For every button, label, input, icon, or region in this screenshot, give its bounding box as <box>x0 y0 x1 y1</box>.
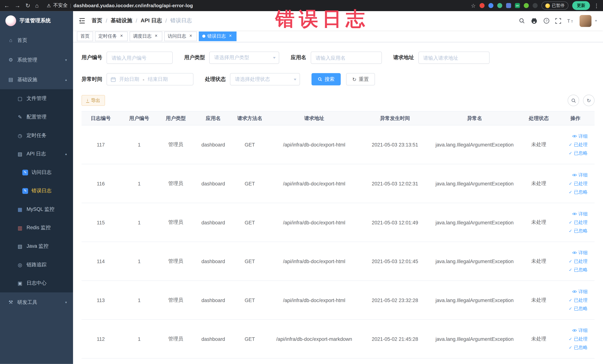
sidebar-item-system-management[interactable]: ⚙ 系统管理 ▾ <box>0 50 73 70</box>
detail-link[interactable]: 详细 <box>558 171 588 179</box>
browser-chrome: ← → ↻ ⌂ ⚠ 不安全 | dashboard.yudao.iocoder.… <box>0 0 603 11</box>
extension-icon[interactable] <box>480 3 485 8</box>
sidebar-item-java-monitor[interactable]: ▧ Java 监控 <box>0 237 73 256</box>
process-status-select[interactable]: 请选择处理状态 ▾ <box>230 73 300 85</box>
mark-processed-link[interactable]: ✓ 已处理 <box>558 296 588 304</box>
sidebar-item-home[interactable]: ⌂ 首页 <box>0 30 73 50</box>
sidebar-item-file-management[interactable]: ▢ 文件管理 <box>0 89 73 108</box>
font-size-icon[interactable]: TT <box>567 18 574 23</box>
table-body: 117 1 管理员 dashboard GET /api/infra/db-do… <box>81 125 595 358</box>
breadcrumb-infrastructure[interactable]: 基础设施 <box>111 17 132 24</box>
reset-button[interactable]: ↻ 重置 <box>346 73 375 85</box>
start-date-placeholder[interactable]: 开始日期 <box>119 76 139 83</box>
mark-ignored-link[interactable]: ✓ 已忽略 <box>558 304 588 313</box>
detail-link[interactable]: 详细 <box>558 326 588 335</box>
end-date-placeholder[interactable]: 结束日期 <box>148 76 168 83</box>
paused-extension-badge[interactable]: 已暂停 <box>542 1 568 10</box>
close-icon[interactable]: × <box>153 33 159 39</box>
mark-processed-link[interactable]: ✓ 已处理 <box>558 218 588 227</box>
sidebar-item-log-center[interactable]: ▣ 日志中心 <box>0 274 73 293</box>
export-button-label: 导出 <box>91 97 100 104</box>
bookmark-star-icon[interactable]: ☆ <box>471 2 476 9</box>
extension-icon[interactable] <box>524 3 529 8</box>
sidebar-item-infrastructure[interactable]: ▤ 基础设施 ▴ <box>0 70 73 89</box>
app-name-input[interactable] <box>311 52 382 64</box>
extension-icon[interactable] <box>533 3 538 8</box>
mark-ignored-link[interactable]: ✓ 已忽略 <box>558 149 588 157</box>
browser-menu-icon[interactable]: ⋮ <box>594 2 599 9</box>
detail-link[interactable]: 详细 <box>558 132 588 141</box>
tab-scheduled-jobs[interactable]: 定时任务 × <box>95 31 128 41</box>
browser-back-icon[interactable]: ← <box>4 3 10 9</box>
extension-icon[interactable]: on <box>515 3 520 8</box>
vue-devtools-extension-icon[interactable] <box>497 3 502 8</box>
cell-request-method: GET <box>233 203 266 242</box>
detail-link[interactable]: 详细 <box>558 287 588 296</box>
fullscreen-icon[interactable] <box>556 18 561 23</box>
caret-down-icon[interactable]: ▾ <box>595 19 597 23</box>
hamburger-icon[interactable] <box>79 16 88 25</box>
search-button[interactable]: 搜索 <box>312 73 341 85</box>
mark-processed-link[interactable]: ✓ 已处理 <box>558 335 588 343</box>
detail-link[interactable]: 详细 <box>558 248 588 257</box>
sidebar-item-scheduled-jobs[interactable]: ◷ 定时任务 <box>0 126 73 145</box>
sidebar-item-api-log[interactable]: ▨ API 日志 ▴ <box>0 145 73 163</box>
cell-exception-name: java.lang.IllegalArgumentException <box>428 281 522 319</box>
close-icon[interactable]: × <box>188 33 193 39</box>
sidebar-item-config-management[interactable]: ✎ 配置管理 <box>0 108 73 126</box>
processed-link-label: 已处理 <box>574 296 588 304</box>
browser-reload-icon[interactable]: ↻ <box>25 3 30 9</box>
request-url-input[interactable] <box>418 52 489 64</box>
extension-icon[interactable] <box>506 3 511 8</box>
breadcrumb-home[interactable]: 首页 <box>92 17 102 24</box>
tab-error-log[interactable]: 错误日志 × <box>199 31 237 41</box>
tools-icon: ⚒ <box>8 299 14 305</box>
browser-forward-icon[interactable]: → <box>15 3 20 9</box>
detail-link[interactable]: 详细 <box>558 210 588 218</box>
refresh-table-button[interactable]: ↻ <box>583 94 594 106</box>
sidebar-item-redis-monitor[interactable]: ▥ Redis 监控 <box>0 218 73 237</box>
sidebar-item-access-log[interactable]: ✎ 访问日志 <box>0 163 73 182</box>
address-bar-url[interactable]: dashboard.yudao.iocoder.cn/infra/log/api… <box>73 3 193 8</box>
close-icon[interactable]: × <box>228 33 233 39</box>
breadcrumb-api-log[interactable]: API 日志 <box>141 17 162 24</box>
tab-schedule-log[interactable]: 调度日志 × <box>129 31 162 41</box>
tab-home[interactable]: 首页 <box>77 31 93 41</box>
browser-home-icon[interactable]: ⌂ <box>35 3 39 9</box>
sidebar-item-dev-tools[interactable]: ⚒ 研发工具 ▾ <box>0 293 73 312</box>
cell-actions: 详细 ✓ 已处理 ✓ 已忽略 <box>556 242 594 281</box>
mark-ignored-link[interactable]: ✓ 已忽略 <box>558 265 588 274</box>
cell-user-id: 1 <box>120 242 158 281</box>
exception-time-range-picker[interactable]: 开始日期 - 结束日期 <box>107 73 194 85</box>
user-id-input[interactable] <box>107 52 173 64</box>
site-security-chip[interactable]: ⚠ 不安全 | dashboard.yudao.iocoder.cn/infra… <box>47 2 193 9</box>
cell-user-type: 管理员 <box>159 242 193 281</box>
app-logo[interactable]: 芋道管理系统 <box>0 11 73 30</box>
tab-access-log[interactable]: 访问日志 × <box>164 31 197 41</box>
ignored-link-label: 已忽略 <box>574 265 588 274</box>
user-avatar[interactable] <box>580 15 591 27</box>
github-icon[interactable] <box>531 17 538 24</box>
mark-processed-link[interactable]: ✓ 已处理 <box>558 140 588 149</box>
browser-update-button[interactable]: 更新 <box>572 1 590 10</box>
cell-request-url: /api/infra/db-doc/export-html <box>266 125 362 164</box>
mark-ignored-link[interactable]: ✓ 已忽略 <box>558 343 588 352</box>
help-icon[interactable]: ? <box>544 18 550 24</box>
search-icon[interactable] <box>519 18 525 24</box>
toggle-search-button[interactable] <box>568 94 579 106</box>
mark-processed-link[interactable]: ✓ 已处理 <box>558 179 588 188</box>
mark-processed-link[interactable]: ✓ 已处理 <box>558 257 588 266</box>
sidebar-item-mysql-monitor[interactable]: ▦ MySQL 监控 <box>0 200 73 219</box>
sidebar-item-error-log[interactable]: ✎ 错误日志 <box>0 182 73 200</box>
export-button[interactable]: ↓ 导出 <box>81 95 105 106</box>
mark-ignored-link[interactable]: ✓ 已忽略 <box>558 188 588 196</box>
top-navbar: 首页 / 基础设施 / API 日志 / 错误日志 ? <box>73 11 603 30</box>
sidebar-item-trace[interactable]: ◎ 链路追踪 <box>0 256 73 274</box>
close-icon[interactable]: × <box>119 33 124 39</box>
paused-label: 已暂停 <box>552 3 564 9</box>
cell-app-name: dashboard <box>193 203 233 242</box>
user-type-select[interactable]: 请选择用户类型 ▾ <box>209 52 279 64</box>
mark-ignored-link[interactable]: ✓ 已忽略 <box>558 227 588 235</box>
extension-icon[interactable] <box>488 3 493 8</box>
sidebar-item-label: 首页 <box>17 37 27 44</box>
